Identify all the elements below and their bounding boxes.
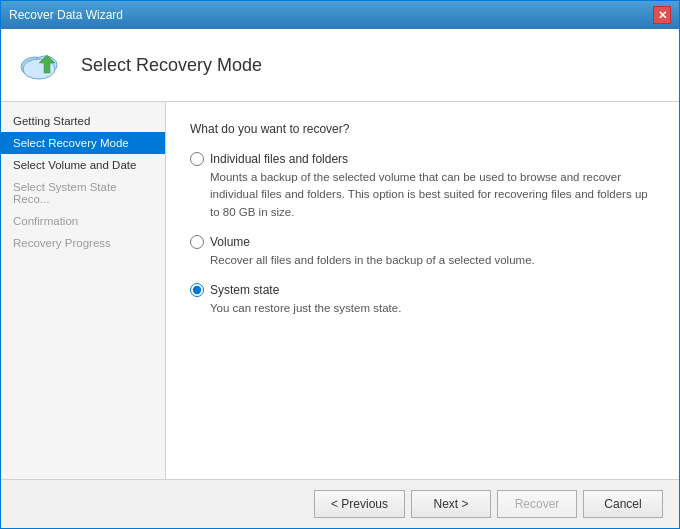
next-button[interactable]: Next >: [411, 490, 491, 518]
sidebar: Getting Started Select Recovery Mode Sel…: [1, 102, 166, 479]
previous-button[interactable]: < Previous: [314, 490, 405, 518]
radio-individual-description: Mounts a backup of the selected volume t…: [210, 169, 655, 221]
window-title: Recover Data Wizard: [9, 8, 123, 22]
close-button[interactable]: ✕: [653, 6, 671, 24]
header-section: Select Recovery Mode: [1, 29, 679, 102]
option-volume: Volume Recover all files and folders in …: [190, 235, 655, 269]
page-title: Select Recovery Mode: [81, 55, 262, 76]
radio-volume-label[interactable]: Volume: [210, 235, 250, 249]
title-bar: Recover Data Wizard ✕: [1, 1, 679, 29]
content-panel: What do you want to recover? Individual …: [166, 102, 679, 479]
option-individual-row: Individual files and folders: [190, 152, 655, 166]
sidebar-item-recovery-progress: Recovery Progress: [1, 232, 165, 254]
sidebar-item-getting-started[interactable]: Getting Started: [1, 110, 165, 132]
recover-button[interactable]: Recover: [497, 490, 577, 518]
cancel-button[interactable]: Cancel: [583, 490, 663, 518]
sidebar-item-system-state: Select System State Reco...: [1, 176, 165, 210]
radio-volume-description: Recover all files and folders in the bac…: [210, 252, 655, 269]
radio-individual-label[interactable]: Individual files and folders: [210, 152, 348, 166]
radio-volume[interactable]: [190, 235, 204, 249]
sidebar-item-select-volume[interactable]: Select Volume and Date: [1, 154, 165, 176]
question-label: What do you want to recover?: [190, 122, 655, 136]
option-individual: Individual files and folders Mounts a ba…: [190, 152, 655, 221]
main-section: Getting Started Select Recovery Mode Sel…: [1, 102, 679, 479]
wizard-icon: [17, 41, 65, 89]
sidebar-item-confirmation: Confirmation: [1, 210, 165, 232]
option-systemstate-row: System state: [190, 283, 655, 297]
sidebar-item-select-recovery-mode[interactable]: Select Recovery Mode: [1, 132, 165, 154]
radio-systemstate-label[interactable]: System state: [210, 283, 279, 297]
radio-systemstate-description: You can restore just the system state.: [210, 300, 655, 317]
option-volume-row: Volume: [190, 235, 655, 249]
content-area: Select Recovery Mode Getting Started Sel…: [1, 29, 679, 528]
radio-group: Individual files and folders Mounts a ba…: [190, 152, 655, 317]
radio-systemstate[interactable]: [190, 283, 204, 297]
option-systemstate: System state You can restore just the sy…: [190, 283, 655, 317]
footer: < Previous Next > Recover Cancel: [1, 479, 679, 528]
wizard-window: Recover Data Wizard ✕ Select Recovery Mo…: [0, 0, 680, 529]
radio-individual[interactable]: [190, 152, 204, 166]
